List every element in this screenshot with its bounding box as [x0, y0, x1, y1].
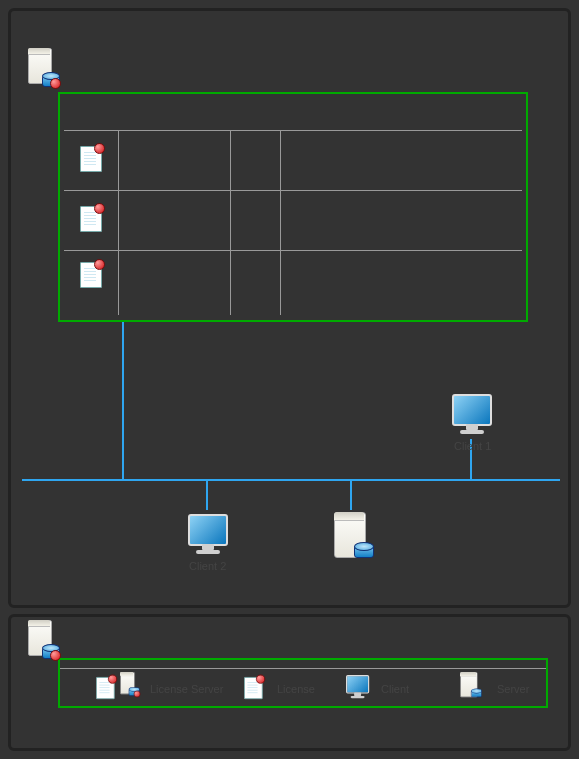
client1-label: Client 1: [454, 440, 491, 452]
license-icon: [80, 262, 102, 288]
license-icon: [244, 677, 263, 699]
grid-hline: [64, 190, 522, 191]
license-icon: [80, 206, 102, 232]
license-icon: [80, 146, 102, 172]
license-table-box: [58, 92, 528, 322]
network-drop: [206, 481, 208, 510]
legend-server-label: Server: [497, 683, 529, 695]
grid-vline: [230, 130, 231, 315]
grid-hline: [64, 130, 522, 131]
grid-vline: [118, 130, 119, 315]
legend-divider: [60, 668, 546, 669]
license-icon: [96, 677, 115, 699]
client2-label: Client 2: [189, 560, 226, 572]
network-bus: [22, 479, 560, 481]
legend-client-label: Client: [381, 683, 409, 695]
legend-license-server-label: License Server: [150, 683, 223, 695]
legend-license-label: License: [277, 683, 315, 695]
diagram: Client 1 Client 2 License Server License…: [0, 0, 579, 759]
grid-vline: [280, 130, 281, 315]
network-drop: [122, 322, 124, 479]
grid-hline: [64, 250, 522, 251]
network-drop: [350, 481, 352, 510]
